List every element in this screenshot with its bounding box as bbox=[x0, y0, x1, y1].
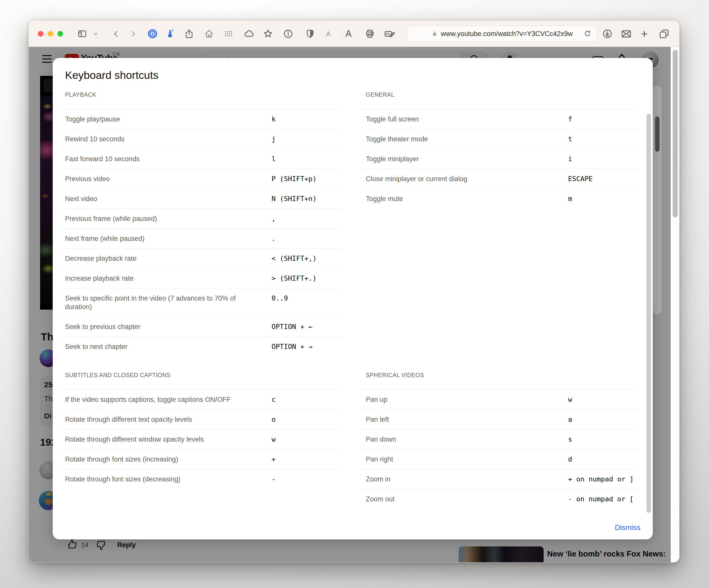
download-icon[interactable] bbox=[602, 28, 613, 39]
shortcut-key: 0..9 bbox=[271, 294, 288, 303]
shortcut-label: Close miniplayer or current dialog bbox=[366, 175, 560, 183]
dialog-scrollbar-thumb[interactable] bbox=[647, 114, 651, 513]
section-general: GENERALToggle full screenfToggle theater… bbox=[361, 91, 639, 208]
shortcut-label: Toggle play/pause bbox=[65, 115, 259, 123]
shortcut-key: , bbox=[271, 215, 275, 223]
shortcut-row: Next frame (while paused). bbox=[60, 228, 342, 248]
shortcut-key: - on numpad or [ bbox=[568, 495, 634, 503]
minimize-window-button[interactable] bbox=[48, 31, 53, 36]
section-title: SPHERICAL VIDEOS bbox=[361, 372, 639, 390]
shortcut-key: OPTION + → bbox=[271, 342, 313, 351]
sidebar-icon[interactable] bbox=[77, 28, 87, 39]
email-icon[interactable] bbox=[621, 28, 632, 39]
shortcut-key: l bbox=[271, 155, 275, 163]
close-window-button[interactable] bbox=[38, 31, 43, 36]
shortcut-row: Zoom out- on numpad or [ bbox=[361, 489, 639, 509]
print-icon[interactable] bbox=[365, 28, 375, 39]
shortcut-row: Rotate through font sizes (increasing)+ bbox=[60, 449, 342, 469]
shortcut-key: . bbox=[271, 234, 275, 243]
shortcut-key: m bbox=[568, 195, 572, 203]
shortcut-row: Pan lefta bbox=[361, 410, 639, 429]
privacy-shield-icon[interactable] bbox=[305, 28, 315, 39]
dismiss-button[interactable]: Dismiss bbox=[615, 524, 641, 532]
shortcut-key: w bbox=[271, 435, 275, 444]
section-subtitles: SUBTITLES AND CLOSED CAPTIONSIf the vide… bbox=[60, 372, 342, 489]
shortcut-key: t bbox=[568, 135, 572, 143]
page-scrollbar-thumb[interactable] bbox=[655, 116, 660, 152]
shortcut-row: Pan upw bbox=[361, 390, 639, 410]
browser-toolbar: A A www.youtube.com/watch?v=Y3CVCc42x9w … bbox=[29, 21, 679, 47]
zoom-window-button[interactable] bbox=[57, 31, 63, 36]
shortcut-label: Rotate through font sizes (increasing) bbox=[65, 455, 259, 464]
shortcut-row: Pan rightd bbox=[361, 449, 639, 469]
shortcut-key: k bbox=[271, 115, 275, 123]
cloud-icon[interactable] bbox=[243, 28, 255, 39]
favorites-star-icon[interactable] bbox=[263, 28, 273, 39]
shortcut-row: Seek to previous chapterOPTION + ← bbox=[60, 317, 342, 337]
section-playback: PLAYBACKToggle play/pausekRewind 10 seco… bbox=[60, 91, 342, 357]
form-fill-icon[interactable] bbox=[384, 28, 395, 39]
shortcut-label: Pan left bbox=[366, 415, 560, 424]
reload-icon[interactable] bbox=[583, 29, 592, 39]
shortcut-row: Seek to specific point in the video (7 a… bbox=[60, 288, 342, 317]
shortcut-row: Close miniplayer or current dialogESCAPE bbox=[361, 169, 639, 189]
youtube-page: YouTube CA Search The 25 Th Di 192 bbox=[29, 47, 680, 563]
shortcut-row: If the video supports captions, toggle c… bbox=[60, 390, 342, 410]
forward-icon[interactable] bbox=[129, 28, 138, 39]
shortcut-label: Zoom in bbox=[366, 475, 560, 483]
shortcut-row: Fast forward 10 secondsl bbox=[60, 149, 342, 169]
shortcut-label: Rotate through font sizes (decreasing) bbox=[65, 475, 259, 483]
shortcut-row: Toggle theater modet bbox=[361, 129, 639, 149]
section-title: GENERAL bbox=[361, 91, 639, 109]
shortcut-key: + on numpad or ] bbox=[568, 475, 634, 483]
chevron-down-icon[interactable] bbox=[92, 28, 99, 39]
shortcut-label: Zoom out bbox=[366, 495, 560, 503]
shortcut-row: Previous frame (while paused), bbox=[60, 208, 342, 228]
shortcut-key: a bbox=[568, 415, 572, 424]
home-icon[interactable] bbox=[204, 28, 214, 39]
browser-scrollbar-thumb[interactable] bbox=[673, 50, 678, 217]
url-field[interactable]: www.youtube.com/watch?v=Y3CVCc42x9w bbox=[408, 26, 597, 42]
shortcut-label: Toggle miniplayer bbox=[366, 155, 560, 163]
shortcut-key: ESCAPE bbox=[568, 175, 593, 183]
keyboard-shortcuts-dialog: Keyboard shortcuts PLAYBACKToggle play/p… bbox=[53, 58, 653, 539]
shortcut-row: Rotate through font sizes (decreasing)- bbox=[60, 469, 342, 489]
lock-icon bbox=[431, 30, 438, 37]
tab-overview-icon[interactable] bbox=[659, 28, 669, 39]
reader-info-icon[interactable] bbox=[283, 28, 293, 39]
section-title: PLAYBACK bbox=[60, 91, 342, 109]
text-smaller-button[interactable]: A bbox=[326, 28, 331, 39]
shortcut-row: Previous videoP (SHIFT+p) bbox=[60, 169, 342, 189]
text-larger-button[interactable]: A bbox=[345, 28, 351, 39]
shortcut-key: c bbox=[271, 395, 275, 404]
section-title: SUBTITLES AND CLOSED CAPTIONS bbox=[60, 372, 342, 390]
grid-icon[interactable] bbox=[224, 28, 234, 39]
shortcut-key: - bbox=[271, 475, 275, 483]
shortcut-label: Seek to previous chapter bbox=[65, 323, 259, 331]
onepassword-icon[interactable] bbox=[147, 28, 158, 39]
shortcut-label: Pan down bbox=[366, 435, 560, 444]
shortcut-row: Next videoN (SHIFT+n) bbox=[60, 189, 342, 208]
new-tab-button[interactable]: + bbox=[641, 28, 648, 39]
shortcut-label: Previous frame (while paused) bbox=[65, 215, 259, 223]
share-icon[interactable] bbox=[184, 28, 194, 39]
shortcut-label: If the video supports captions, toggle c… bbox=[65, 395, 259, 404]
section-spherical: SPHERICAL VIDEOSPan upwPan leftaPan down… bbox=[361, 372, 639, 509]
shortcut-row: Rewind 10 secondsj bbox=[60, 129, 342, 149]
shortcut-label: Next video bbox=[65, 195, 259, 203]
shortcut-row: Rotate through different text opacity le… bbox=[60, 410, 342, 429]
page-scrollbar[interactable] bbox=[653, 86, 661, 314]
url-text: www.youtube.com/watch?v=Y3CVCc42x9w bbox=[441, 30, 573, 38]
cleaner-spray-icon[interactable] bbox=[165, 28, 175, 39]
shortcut-key: > (SHIFT+.) bbox=[271, 274, 317, 283]
shortcut-label: Rotate through different window opacity … bbox=[65, 435, 259, 444]
shortcut-key: P (SHIFT+p) bbox=[271, 175, 317, 183]
shortcut-row: Toggle play/pausek bbox=[60, 109, 342, 129]
back-icon[interactable] bbox=[111, 28, 121, 39]
shortcut-label: Increase playback rate bbox=[65, 274, 259, 283]
browser-scrollbar[interactable] bbox=[671, 47, 680, 563]
shortcut-key: < (SHIFT+,) bbox=[271, 254, 317, 263]
shortcut-row: Toggle mutem bbox=[361, 189, 639, 208]
shortcut-key: i bbox=[568, 155, 572, 163]
shortcut-row: Seek to next chapterOPTION + → bbox=[60, 337, 342, 357]
